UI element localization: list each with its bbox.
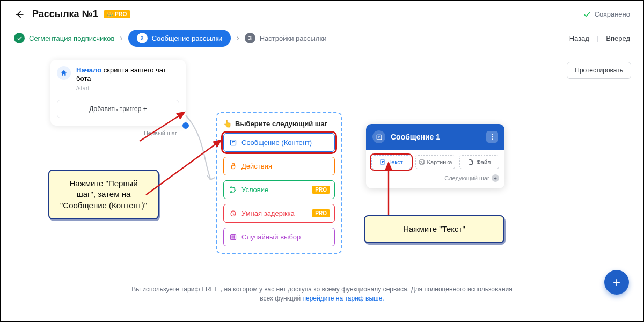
svg-point-2 xyxy=(231,192,232,193)
chip-text[interactable]: Текст xyxy=(371,155,411,169)
annotation-callout-2: Нажмите "Текст" xyxy=(364,215,504,243)
message-icon xyxy=(372,130,385,143)
svg-point-7 xyxy=(234,236,235,237)
option-condition[interactable]: Условие PRO xyxy=(223,180,335,199)
svg-point-8 xyxy=(232,238,233,239)
option-smart-delay[interactable]: Умная задержка PRO xyxy=(223,204,335,223)
pointer-icon: 👆 xyxy=(223,120,232,128)
svg-point-9 xyxy=(234,238,235,239)
chevron-right-icon: › xyxy=(120,33,122,43)
svg-rect-5 xyxy=(231,235,236,240)
saved-status: Сохранено xyxy=(583,10,630,19)
back-arrow-icon[interactable] xyxy=(14,9,25,20)
pro-badge: PRO xyxy=(312,186,330,194)
first-step-label: Первый шаг xyxy=(144,130,177,136)
nav-back-button[interactable]: Назад xyxy=(569,34,589,42)
step-message[interactable]: 2 Сообщение рассылки xyxy=(128,30,231,47)
choose-next-step-card: 👆 Выберите следующий шаг Сообщение (Конт… xyxy=(216,112,342,254)
pro-badge: PRO xyxy=(312,209,330,217)
tariff-notice: Вы используете тариф FREE , на котором у… xyxy=(1,282,643,306)
nav-forward-button[interactable]: Вперед xyxy=(606,34,630,42)
message-node-title: Сообщение 1 xyxy=(391,133,481,141)
step-settings[interactable]: 3 Настройки рассылки xyxy=(245,33,327,43)
upgrade-tariff-link[interactable]: перейдите на тариф выше. xyxy=(303,295,384,302)
message-node-card[interactable]: Сообщение 1 Текст Картинка xyxy=(366,124,504,188)
svg-point-16 xyxy=(420,161,421,162)
option-message-content[interactable]: Сообщение (Контент) xyxy=(223,133,335,152)
annotation-callout-1: Нажмите "Первый шаг", затем на "Сообщени… xyxy=(48,170,159,219)
start-node-title: Начало скрипта вашего чат бота xyxy=(76,66,179,84)
node-menu-button[interactable] xyxy=(486,131,498,143)
pro-badge: 👑 PRO xyxy=(104,10,130,18)
page-title: Рассылка №1 xyxy=(32,9,98,20)
step-segmentation[interactable]: Сегментация подписчиков xyxy=(14,33,114,43)
svg-point-13 xyxy=(492,138,493,140)
add-next-step-port[interactable]: + xyxy=(492,174,499,182)
add-trigger-button[interactable]: Добавить триггер + xyxy=(57,100,179,118)
start-node-subtitle: /start xyxy=(76,85,179,91)
add-node-fab[interactable]: + xyxy=(604,270,629,295)
first-step-port[interactable] xyxy=(182,122,189,129)
option-random-choice[interactable]: Случайный выбор xyxy=(223,228,335,246)
svg-point-1 xyxy=(231,187,232,188)
svg-point-6 xyxy=(232,236,233,237)
start-node-card[interactable]: Начало скрипта вашего чат бота /start До… xyxy=(50,60,186,126)
svg-point-3 xyxy=(235,189,236,191)
chevron-right-icon: › xyxy=(236,33,239,43)
home-icon xyxy=(57,66,71,80)
next-step-label: Следующий шаг + xyxy=(371,174,499,182)
svg-point-12 xyxy=(492,136,493,137)
option-actions[interactable]: Действия xyxy=(223,157,335,175)
chip-image[interactable]: Картинка xyxy=(415,155,455,169)
chip-file[interactable]: Файл xyxy=(459,155,499,169)
stepper: Сегментация подписчиков › 2 Сообщение ра… xyxy=(1,25,643,54)
check-icon xyxy=(583,10,591,19)
test-button[interactable]: Протестировать xyxy=(567,62,631,79)
svg-point-11 xyxy=(492,134,493,135)
